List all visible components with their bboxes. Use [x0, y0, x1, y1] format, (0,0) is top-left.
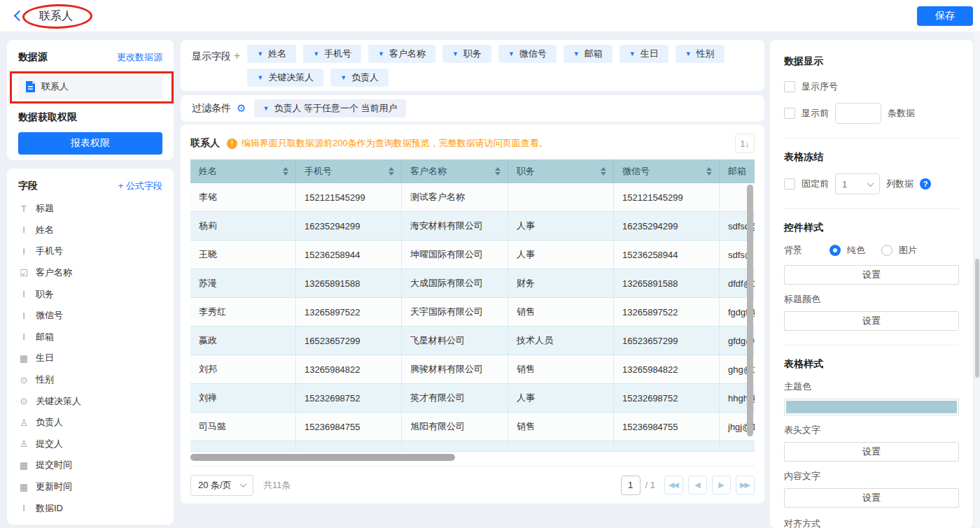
- table-cell: 英才有限公司: [402, 384, 508, 413]
- datasource-item-contacts[interactable]: 联系人: [18, 75, 162, 99]
- field-item[interactable]: T标题: [18, 198, 162, 220]
- vertical-scrollbar[interactable]: [747, 185, 753, 436]
- show-index-label: 显示序号: [802, 80, 838, 93]
- table-cell: 16235294299: [614, 212, 720, 241]
- field-item-label: 邮箱: [36, 331, 54, 343]
- field-item[interactable]: ▦提交时间: [18, 455, 162, 476]
- chevron-down-icon: ▼: [629, 51, 636, 57]
- datasource-panel: 数据源 更改数据源 联系人 数据获取权限 报表权限: [7, 40, 174, 160]
- filter-chip[interactable]: ▼ 负责人 等于任意一个 当前用户: [254, 99, 405, 117]
- sort-icon[interactable]: [388, 167, 394, 176]
- freeze-count-select[interactable]: 1: [835, 173, 880, 194]
- chip-label: 生日: [640, 48, 659, 60]
- column-header[interactable]: 手机号: [296, 159, 402, 183]
- add-formula-field-link[interactable]: + 公式字段: [118, 180, 162, 192]
- display-field-chip[interactable]: ▼姓名: [247, 45, 296, 63]
- field-item[interactable]: I微信号: [18, 305, 162, 327]
- table-cell: 15236258944: [614, 241, 720, 269]
- field-list: T标题I姓名I手机号☑客户名称I职务I微信号I邮箱▦生日⊙性别⊙关键决策人♙负责…: [18, 198, 162, 519]
- header-text-set-button[interactable]: 设置: [784, 442, 959, 462]
- table-cell: 15232698752: [296, 384, 402, 413]
- field-item[interactable]: I手机号: [18, 241, 162, 262]
- current-page-input[interactable]: 1: [621, 476, 640, 495]
- chip-label: 关键决策人: [268, 71, 314, 84]
- sort-icon[interactable]: [495, 167, 500, 176]
- show-first-checkbox[interactable]: [784, 108, 795, 119]
- display-field-chip[interactable]: ▼性别: [676, 45, 724, 63]
- display-field-chip[interactable]: ▼负责人: [330, 69, 388, 87]
- user-field-icon: ♙: [18, 438, 29, 449]
- background-set-button[interactable]: 设置: [784, 265, 959, 285]
- add-display-field-icon[interactable]: +: [234, 50, 240, 62]
- radio-field-icon: ⊙: [18, 375, 29, 385]
- preview-warning: ! 编辑界面只取数据源前200条作为查询数据预览，完整数据请访问页面查看。: [227, 137, 548, 150]
- show-first-suffix: 条数据: [888, 107, 915, 120]
- chip-label: 微信号: [519, 48, 547, 60]
- column-header[interactable]: 邮箱: [720, 159, 755, 183]
- last-page-button[interactable]: ▶▶: [736, 476, 755, 494]
- page-size-select[interactable]: 20 条/页: [190, 475, 253, 496]
- display-field-chip[interactable]: ▼职务: [442, 45, 491, 63]
- display-fields-panel: 显示字段 + ▼姓名▼手机号▼客户名称▼职务▼微信号▼邮箱▼生日▼性别▼关键决策…: [181, 40, 764, 91]
- next-page-button[interactable]: ▶: [712, 476, 731, 494]
- theme-color-swatch[interactable]: [784, 399, 959, 415]
- divider: [784, 208, 959, 209]
- table-cell: [614, 441, 720, 452]
- back-chevron-icon[interactable]: [14, 10, 25, 22]
- table-cell: 刘邦: [190, 355, 296, 384]
- field-item[interactable]: ♙负责人: [18, 412, 162, 434]
- display-field-chip[interactable]: ▼生日: [620, 45, 668, 63]
- field-item[interactable]: ▦更新时间: [18, 476, 162, 498]
- field-item[interactable]: I姓名: [18, 220, 162, 241]
- chevron-down-icon: ▼: [378, 51, 384, 57]
- image-radio[interactable]: [881, 245, 892, 256]
- display-field-chip[interactable]: ▼微信号: [498, 45, 556, 63]
- table-cell: 13265897522: [296, 298, 402, 327]
- sort-order-button[interactable]: 1↓: [735, 134, 755, 153]
- solid-color-radio[interactable]: [830, 245, 841, 256]
- column-header-label: 职务: [517, 165, 535, 178]
- show-index-checkbox[interactable]: [784, 81, 795, 92]
- field-item[interactable]: ♙提交人: [18, 434, 162, 455]
- table-cell: [508, 441, 614, 452]
- display-field-chip[interactable]: ▼客户名称: [368, 45, 435, 63]
- page-scrollbar[interactable]: [975, 259, 979, 378]
- field-item[interactable]: ☑客户名称: [18, 262, 162, 284]
- table-row: 李铭152121545299测试客户名称152121545299: [190, 183, 755, 212]
- display-field-chip[interactable]: ▼邮箱: [564, 45, 612, 63]
- change-datasource-link[interactable]: 更改数据源: [117, 51, 162, 64]
- content-text-set-button[interactable]: 设置: [784, 488, 959, 508]
- display-field-chip[interactable]: ▼关键决策人: [247, 69, 323, 87]
- report-permission-button[interactable]: 报表权限: [18, 132, 162, 155]
- table-cell: 李铭: [190, 183, 296, 212]
- gear-icon[interactable]: ⚙: [237, 102, 246, 115]
- freeze-checkbox[interactable]: [784, 178, 795, 190]
- title-color-set-button[interactable]: 设置: [784, 311, 959, 331]
- table-cell: [402, 441, 508, 452]
- field-item-label: 标题: [36, 202, 54, 215]
- column-header[interactable]: 姓名: [190, 159, 296, 183]
- field-item[interactable]: I职务: [18, 283, 162, 305]
- help-icon[interactable]: ?: [920, 178, 931, 190]
- field-item[interactable]: ▦生日: [18, 348, 162, 369]
- save-button[interactable]: 保存: [917, 6, 973, 26]
- horizontal-scrollbar[interactable]: [190, 454, 455, 461]
- sort-icon[interactable]: [601, 167, 606, 176]
- sort-icon[interactable]: [283, 167, 288, 176]
- prev-page-button[interactable]: ◀: [688, 476, 707, 494]
- display-field-chip[interactable]: ▼手机号: [303, 45, 361, 63]
- column-header[interactable]: 职务: [508, 159, 614, 183]
- show-first-count-input[interactable]: [835, 103, 881, 124]
- table-body: 李铭152121545299测试客户名称152121545299杨莉162352…: [190, 183, 755, 452]
- date-field-icon: ▦: [18, 353, 29, 364]
- field-item[interactable]: I数据ID: [18, 497, 162, 519]
- field-item[interactable]: ⊙关键决策人: [18, 390, 162, 412]
- chip-label: 职务: [463, 48, 482, 60]
- column-header[interactable]: 微信号: [614, 159, 720, 183]
- sort-icon[interactable]: [706, 167, 712, 176]
- field-item[interactable]: I邮箱: [18, 327, 162, 348]
- column-header[interactable]: 客户名称: [402, 159, 508, 183]
- first-page-button[interactable]: ◀◀: [664, 476, 683, 494]
- field-item[interactable]: ⊙性别: [18, 369, 162, 391]
- table-preview-panel: 联系人 ! 编辑界面只取数据源前200条作为查询数据预览，完整数据请访问页面查看…: [181, 124, 764, 504]
